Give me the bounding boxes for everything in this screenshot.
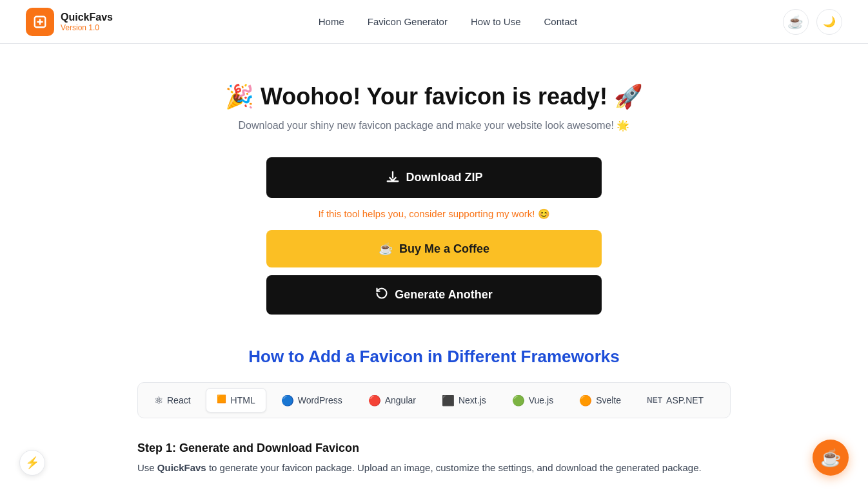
tab-vuejs[interactable]: 🟢 Vue.js (501, 388, 564, 412)
svelte-icon: 🟠 (579, 394, 592, 407)
buy-coffee-button[interactable]: ☕ Buy Me a Coffee (266, 230, 602, 267)
floating-lightning-button[interactable]: ⚡ (19, 450, 45, 476)
refresh-icon (375, 287, 388, 303)
tab-wordpress[interactable]: 🔵 WordPress (270, 388, 353, 412)
nextjs-icon: ⬛ (442, 394, 455, 407)
tab-nextjs[interactable]: ⬛ Next.js (431, 388, 497, 412)
hero-section: 🎉 Woohoo! Your favicon is ready! 🚀 Downl… (137, 82, 731, 131)
tab-svelte-label: Svelte (596, 395, 621, 405)
logo-text: QuickFavs Version 1.0 (61, 11, 113, 33)
step-1: Step 1: Generate and Download Favicon Us… (137, 442, 731, 476)
step-1-description: Use QuickFavs to generate your favicon p… (137, 460, 731, 476)
logo-link[interactable]: QuickFavs Version 1.0 (26, 8, 113, 36)
nav-contact[interactable]: Contact (544, 16, 578, 27)
tab-svelte[interactable]: 🟠 Svelte (568, 388, 632, 412)
download-icon (386, 169, 400, 186)
step-1-title: Step 1: Generate and Download Favicon (137, 442, 731, 455)
react-icon: ⚛ (154, 394, 163, 407)
tab-angular-label: Angular (385, 395, 416, 405)
app-name: QuickFavs (61, 11, 113, 23)
nav-coffee-button[interactable]: ☕ (783, 9, 809, 35)
main-content: 🎉 Woohoo! Your favicon is ready! 🚀 Downl… (124, 44, 744, 495)
nav-how-to-use[interactable]: How to Use (471, 16, 521, 27)
generate-another-label: Generate Another (395, 288, 492, 302)
logo-icon (26, 8, 54, 36)
nav-links: Home Favicon Generator How to Use Contac… (319, 16, 577, 27)
action-buttons: Download ZIP If this tool helps you, con… (266, 157, 602, 315)
hero-title: 🎉 Woohoo! Your favicon is ready! 🚀 (137, 82, 731, 110)
tab-html[interactable]: 🟧 HTML (206, 388, 266, 412)
tab-react-label: React (167, 395, 191, 405)
tab-react[interactable]: ⚛ React (143, 388, 202, 412)
floating-coffee-icon: ☕ (820, 448, 841, 468)
download-zip-button[interactable]: Download ZIP (266, 157, 602, 198)
quickfavs-brand: QuickFavs (157, 462, 206, 473)
floating-coffee-button[interactable]: ☕ (813, 440, 849, 476)
tab-aspnet-label: ASP.NET (666, 395, 704, 405)
html-icon: 🟧 (217, 394, 227, 407)
tab-vuejs-label: Vue.js (529, 395, 553, 405)
hero-subtitle: Download your shiny new favicon package … (137, 119, 731, 131)
download-zip-label: Download ZIP (406, 171, 483, 184)
framework-tabs: ⚛ React 🟧 HTML 🔵 WordPress 🔴 Angular ⬛ N… (137, 382, 731, 418)
coffee-icon: ☕ (379, 242, 393, 256)
tab-nextjs-label: Next.js (459, 395, 486, 405)
vuejs-icon: 🟢 (512, 394, 525, 407)
frameworks-title: How to Add a Favicon in Different Framew… (137, 347, 731, 367)
tab-aspnet[interactable]: NET ASP.NET (636, 388, 715, 412)
support-text: If this tool helps you, consider support… (266, 208, 602, 220)
aspnet-icon: NET (647, 396, 662, 405)
nav-favicon-generator[interactable]: Favicon Generator (368, 16, 448, 27)
wordpress-icon: 🔵 (281, 394, 294, 407)
tab-angular[interactable]: 🔴 Angular (357, 388, 427, 412)
frameworks-section: How to Add a Favicon in Different Framew… (137, 347, 731, 495)
lightning-icon: ⚡ (25, 456, 39, 470)
navbar: QuickFavs Version 1.0 Home Favicon Gener… (0, 0, 868, 44)
nav-actions: ☕ 🌙 (783, 9, 842, 35)
nav-dark-mode-button[interactable]: 🌙 (816, 9, 842, 35)
generate-another-button[interactable]: Generate Another (266, 275, 602, 315)
nav-home[interactable]: Home (319, 16, 344, 27)
buy-coffee-label: Buy Me a Coffee (399, 242, 489, 256)
tab-html-label: HTML (231, 395, 255, 405)
app-version: Version 1.0 (61, 23, 113, 32)
svg-text:🟧: 🟧 (217, 394, 226, 403)
tab-wordpress-label: WordPress (298, 395, 342, 405)
angular-icon: 🔴 (368, 394, 381, 407)
